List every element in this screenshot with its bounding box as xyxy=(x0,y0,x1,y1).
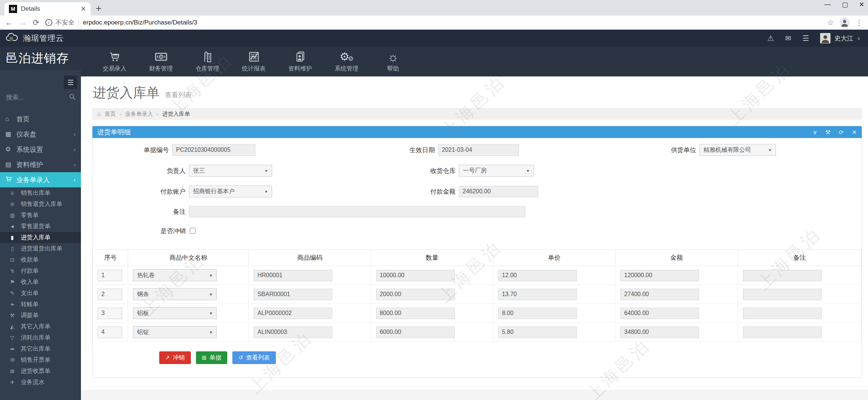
sidebar-item-purchase-return-outbound[interactable]: ▯ 进货退货出库单 xyxy=(0,243,81,254)
sidebar-item-sales-invoice[interactable]: ✉ 销售开票单 xyxy=(0,354,81,365)
warehouse-select[interactable]: 一号厂房 ▼ xyxy=(459,165,534,177)
supplier-select[interactable]: 精雅机械有限公司 ▼ xyxy=(699,144,776,156)
sidebar-subitem-label: 销售出库单 xyxy=(21,189,50,197)
quantity-input[interactable] xyxy=(376,289,455,300)
module-finance[interactable]: 财务管理 xyxy=(138,47,184,76)
pay-account-select[interactable]: 招商银行基本户 ▼ xyxy=(189,186,272,197)
module-warehouse[interactable]: 仓库管理 xyxy=(184,47,231,76)
unit-price-input[interactable] xyxy=(498,289,577,300)
view-list-button[interactable]: ↺ 查看列表 xyxy=(232,351,276,364)
sidebar-item-payment-order[interactable]: ↯ 付款单 xyxy=(0,265,81,276)
search-input[interactable] xyxy=(6,94,58,101)
unit-price-input[interactable] xyxy=(498,308,577,319)
sidebar-item-dashboard[interactable]: ▦ 仪表盘 ‹ xyxy=(0,127,81,142)
refresh-icon[interactable]: ⟳ xyxy=(33,18,39,27)
module-transaction-entry[interactable]: 交易录入 xyxy=(91,47,138,76)
address-bar[interactable]: i 不安全 | erpdoc.epoerp.cn/Biz/Purchase/De… xyxy=(45,18,821,27)
sidebar-item-retail-return[interactable]: ◄ 零售退货单 xyxy=(0,221,81,232)
sidebar-item-system-settings[interactable]: ⚙ 系统设置 ‹ xyxy=(0,142,81,157)
search-icon[interactable] xyxy=(69,94,76,102)
sidebar-item-other-outbound[interactable]: ➦ 其它出库单 xyxy=(0,343,81,354)
browser-menu-icon[interactable]: ⋮ xyxy=(855,18,863,27)
bookmark-star-icon[interactable]: ☆ xyxy=(827,18,834,27)
browser-profile-avatar[interactable] xyxy=(840,18,849,27)
browser-tab[interactable]: M Details ✕ xyxy=(4,2,91,16)
sidebar-item-retail-order[interactable]: ▥ 零售单 xyxy=(0,210,81,221)
new-tab-button[interactable]: + xyxy=(96,3,101,14)
amount-input[interactable] xyxy=(620,270,699,281)
sidebar-item-sales-return-inbound[interactable]: ⊘ 销售退货入库单 xyxy=(0,199,81,210)
product-code-input[interactable] xyxy=(254,308,332,319)
unit-price-input[interactable] xyxy=(498,270,577,281)
close-icon[interactable]: ✕ xyxy=(852,129,857,136)
product-name-select[interactable]: 钢条▼ xyxy=(133,288,217,300)
row-remark-input[interactable] xyxy=(743,289,822,300)
wrench-icon[interactable]: ⚒ xyxy=(825,129,831,136)
quantity-input[interactable] xyxy=(376,308,455,319)
effective-date-input[interactable] xyxy=(438,144,519,156)
row-remark-input[interactable] xyxy=(743,270,822,281)
sidebar-item-consumption-outbound[interactable]: ▽ 消耗出库单 xyxy=(0,332,81,343)
tasks-icon[interactable]: ☰ xyxy=(803,34,809,43)
sidebar-toggle-button[interactable]: ☰ xyxy=(64,76,77,89)
sidebar-item-purchase-invoice[interactable]: ⊠ 进货收票单 xyxy=(0,365,81,377)
amount-input[interactable] xyxy=(620,289,699,300)
breadcrumb-separator: › xyxy=(120,111,121,117)
row-remark-input[interactable] xyxy=(743,308,822,319)
sidebar-item-allocation-order[interactable]: ⚒ 调拨单 xyxy=(0,310,81,321)
manager-select[interactable]: 张三 ▼ xyxy=(189,165,272,177)
doc-no-input[interactable] xyxy=(172,144,255,156)
unit-price-input[interactable] xyxy=(498,327,577,338)
breadcrumb-home[interactable]: 首页 xyxy=(105,111,116,118)
product-code-input[interactable] xyxy=(254,289,332,300)
remark-input[interactable] xyxy=(189,206,525,217)
product-name-select[interactable]: 热轧卷▼ xyxy=(133,269,217,281)
book-icon: ▤ xyxy=(5,161,16,168)
window-maximize-icon[interactable]: ▢ xyxy=(842,1,848,9)
window-minimize-icon[interactable]: — xyxy=(825,1,831,9)
amount-input[interactable] xyxy=(620,308,699,319)
messages-icon[interactable]: ✉ xyxy=(785,34,792,43)
quantity-input[interactable] xyxy=(376,327,455,338)
product-name-select[interactable]: 铝锭▼ xyxy=(133,326,217,338)
collapse-icon[interactable]: ∨ xyxy=(813,129,817,136)
sidebar-item-business-flow[interactable]: ✈ 业务流水 xyxy=(0,377,81,388)
sidebar-item-home[interactable]: ⌂ 首页 xyxy=(0,111,81,127)
sidebar-item-purchase-inbound[interactable]: ▮ 进货入库单 xyxy=(0,232,81,243)
product-code-input[interactable] xyxy=(254,327,332,338)
sidebar-item-expense-order[interactable]: ✎ 支出单 xyxy=(0,288,81,299)
product-name-select[interactable]: 铝板▼ xyxy=(133,307,217,319)
row-remark-input[interactable] xyxy=(743,327,822,338)
breadcrumb-business-orders[interactable]: 业务单录入 xyxy=(125,111,153,118)
tab-close-icon[interactable]: ✕ xyxy=(81,5,86,13)
sidebar-item-business-orders[interactable]: 业务单录入 ‹ xyxy=(0,172,81,187)
security-label: 不安全 xyxy=(56,18,75,27)
panel-header: 进货单明细 ∨ ⚒ ⟳ ✕ xyxy=(92,126,862,138)
info-icon[interactable]: i xyxy=(45,19,52,26)
app-brand[interactable]: 瀚琚管理云 xyxy=(5,32,64,44)
pay-amount-input[interactable] xyxy=(459,186,538,197)
sidebar-item-income-order[interactable]: ⚑ 收入单 xyxy=(0,276,81,288)
user-menu[interactable]: 史大江 ∨ xyxy=(820,33,861,43)
forward-icon[interactable]: → xyxy=(19,18,27,27)
document-button[interactable]: ⊞ 单据 xyxy=(196,351,228,364)
writeoff-button[interactable]: ↗ 冲销 xyxy=(159,351,191,364)
sidebar-item-transfer-order[interactable]: ❧ 转账单 xyxy=(0,299,81,310)
refresh-icon[interactable]: ⟳ xyxy=(839,129,843,136)
window-close-icon[interactable]: ✕ xyxy=(859,1,864,9)
sidebar-item-sales-outbound[interactable]: ♕ 销售出库单 xyxy=(0,187,81,199)
alerts-icon[interactable]: ⚠ xyxy=(767,34,774,43)
sidebar-item-data-maintenance[interactable]: ▤ 资料维护 ‹ xyxy=(0,157,81,172)
writeoff-checkbox[interactable] xyxy=(190,228,196,234)
quantity-input[interactable] xyxy=(376,270,455,281)
sidebar-item-other-inbound[interactable]: ◭ 其它入库单 xyxy=(0,321,81,332)
sidebar-item-receipt-order[interactable]: ⊡ 收款单 xyxy=(0,254,81,265)
product-code-input[interactable] xyxy=(254,270,332,281)
module-help[interactable]: ☼ 帮助 xyxy=(370,47,416,76)
amount-input[interactable] xyxy=(620,327,699,338)
select-caret-icon: ▼ xyxy=(209,292,213,296)
module-reports[interactable]: 统计报表 xyxy=(231,47,277,76)
module-system[interactable]: ⚙⚙ 系统管理 xyxy=(323,47,370,76)
back-icon[interactable]: ← xyxy=(5,18,13,27)
module-data-maintenance[interactable]: 资料维护 xyxy=(277,47,323,76)
